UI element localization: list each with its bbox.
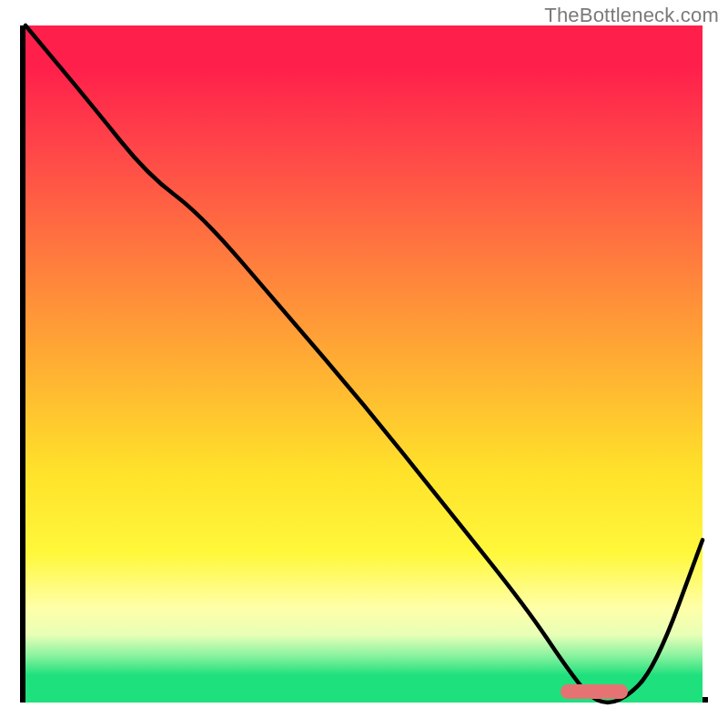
chart [25,25,703,703]
bottleneck-curve [25,25,703,703]
optimal-marker [561,684,628,699]
watermark: TheBottleneck.com [544,4,719,27]
